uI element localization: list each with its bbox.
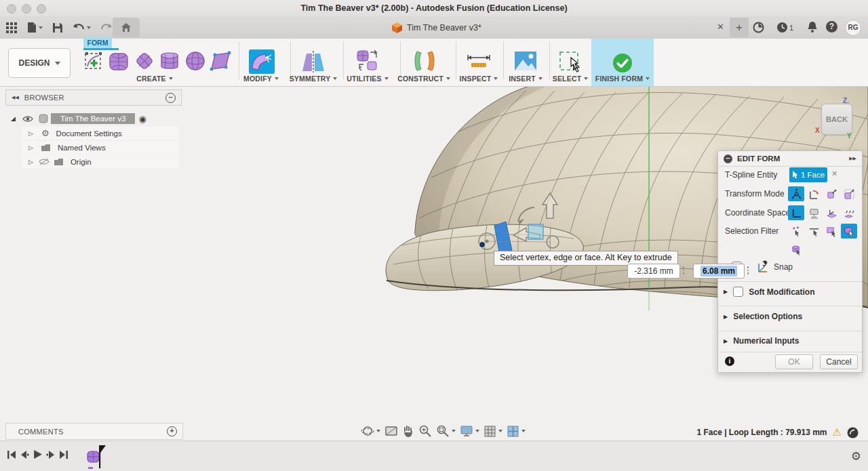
edit-form-header[interactable]: – EDIT FORM ▶▶ bbox=[718, 151, 862, 167]
minimize-window-button[interactable] bbox=[22, 4, 31, 14]
zoom-button[interactable] bbox=[418, 424, 432, 438]
help-button[interactable]: ? bbox=[826, 21, 837, 33]
look-at-button[interactable] bbox=[384, 425, 398, 437]
document-tab[interactable]: Tim The Beaver v3* bbox=[392, 16, 481, 39]
section-soft-modification[interactable]: ▶ Soft Modification bbox=[724, 287, 814, 297]
cancel-button[interactable]: Cancel bbox=[820, 354, 858, 369]
coordinate-local-per-entity-button[interactable] bbox=[841, 205, 857, 220]
timeline-skip-start-button[interactable] bbox=[7, 450, 16, 459]
tree-collapsed-icon[interactable]: ▷ bbox=[28, 144, 33, 151]
collapse-browser-icon[interactable]: ◀◀ bbox=[12, 95, 19, 100]
comments-bar[interactable]: COMMENTS + bbox=[5, 423, 183, 440]
display-settings-button[interactable] bbox=[460, 425, 479, 437]
filter-face-button[interactable] bbox=[823, 224, 840, 239]
construct-icon[interactable] bbox=[412, 49, 437, 73]
visibility-off-eye-icon[interactable] bbox=[39, 158, 50, 165]
timeline-step-back-button[interactable] bbox=[20, 450, 29, 459]
tree-item-label[interactable]: Tim The Beaver v3 bbox=[51, 113, 136, 124]
preferences-gear-icon[interactable]: ⚙ bbox=[851, 449, 861, 464]
coordinate-local-button[interactable] bbox=[823, 205, 840, 220]
tree-row-document-settings[interactable]: ▷ ⚙ Document Settings bbox=[22, 127, 179, 140]
inspect-measure-icon[interactable] bbox=[466, 52, 492, 71]
workspace-switcher[interactable]: DESIGN bbox=[8, 48, 71, 78]
avatar[interactable]: RG bbox=[845, 20, 861, 36]
create-face-icon[interactable] bbox=[209, 51, 232, 71]
activate-component-radio[interactable]: ◉ bbox=[138, 114, 146, 124]
coordinate-world-button[interactable] bbox=[788, 205, 804, 220]
save-button[interactable] bbox=[52, 22, 63, 33]
zoom-window-button[interactable] bbox=[37, 4, 46, 14]
section-expand-icon[interactable]: ▶ bbox=[724, 289, 728, 295]
undo-button[interactable] bbox=[73, 23, 91, 33]
close-tab-icon[interactable]: ✕ bbox=[717, 22, 724, 32]
clear-selection-icon[interactable]: ✕ bbox=[831, 169, 837, 178]
coordinate-view-button[interactable] bbox=[806, 205, 822, 220]
tree-row-named-views[interactable]: ▷ Named Views bbox=[22, 141, 179, 154]
chevron-down-icon bbox=[521, 430, 526, 432]
tree-collapsed-icon[interactable]: ▷ bbox=[28, 130, 33, 137]
dock-dialog-icon[interactable]: ▶▶ bbox=[849, 156, 856, 161]
viewcube[interactable]: BACK bbox=[821, 104, 852, 135]
pan-button[interactable] bbox=[402, 424, 414, 438]
section-numerical-inputs[interactable]: ▶ Numerical Inputs bbox=[724, 336, 800, 346]
soft-modification-checkbox[interactable] bbox=[733, 287, 743, 297]
filter-body-button[interactable] bbox=[841, 224, 857, 239]
job-status-icon[interactable] bbox=[847, 427, 859, 438]
close-window-button[interactable] bbox=[7, 4, 16, 14]
tree-collapsed-icon[interactable]: ▷ bbox=[28, 159, 33, 165]
filter-vertex-button[interactable] bbox=[788, 224, 804, 239]
section-selection-options[interactable]: ▶ Selection Options bbox=[724, 312, 802, 321]
home-view-button[interactable] bbox=[113, 18, 140, 37]
transform-translate-button[interactable] bbox=[788, 186, 804, 201]
data-panel-grid-icon[interactable] bbox=[5, 22, 18, 34]
browser-display-toggle[interactable]: – bbox=[165, 93, 176, 103]
tab-form[interactable]: FORM bbox=[83, 37, 112, 48]
orbit-button[interactable] bbox=[361, 424, 380, 438]
timeline-step-forward-button[interactable] bbox=[46, 450, 56, 459]
file-menu-button[interactable] bbox=[27, 22, 43, 33]
tree-expanded-icon[interactable]: ◢ bbox=[11, 115, 16, 122]
symmetry-icon[interactable] bbox=[300, 49, 327, 74]
transform-uniform-scale-button[interactable] bbox=[841, 186, 857, 201]
insert-image-icon[interactable] bbox=[513, 50, 538, 72]
extensions-icon[interactable] bbox=[753, 22, 764, 33]
browser-header[interactable]: ◀◀ BROWSER – bbox=[5, 89, 182, 106]
filter-edge-button[interactable] bbox=[806, 224, 822, 239]
create-cylinder-icon[interactable] bbox=[158, 49, 181, 73]
tree-row-root[interactable]: ◢ Tim The Beaver v3 ◉ bbox=[5, 112, 182, 125]
section-expand-icon[interactable]: ▶ bbox=[724, 338, 728, 344]
create-box-icon[interactable] bbox=[107, 49, 130, 73]
create-sphere-icon[interactable] bbox=[184, 49, 207, 73]
add-comment-icon[interactable]: + bbox=[167, 426, 177, 436]
job-status-button[interactable]: 1 bbox=[776, 22, 793, 33]
new-tab-button[interactable]: + bbox=[730, 18, 749, 37]
manipulator-input-2[interactable]: 6.08 mm bbox=[693, 264, 745, 279]
timeline-skip-end-button[interactable] bbox=[59, 450, 68, 459]
collapse-dialog-icon[interactable]: – bbox=[724, 155, 732, 163]
transform-scale-button[interactable] bbox=[823, 186, 840, 201]
drag-handle-dots-icon[interactable] bbox=[747, 266, 749, 274]
utilities-icon[interactable] bbox=[354, 48, 381, 74]
transform-rotate-button[interactable] bbox=[806, 186, 822, 201]
viewports-button[interactable] bbox=[507, 425, 526, 438]
ok-button[interactable]: OK bbox=[775, 354, 813, 369]
drag-handle-dots-icon[interactable] bbox=[682, 266, 685, 274]
visibility-eye-icon[interactable] bbox=[22, 115, 33, 123]
fit-button[interactable] bbox=[436, 424, 456, 438]
create-plane-icon[interactable] bbox=[134, 51, 156, 73]
group-create[interactable]: CREATE bbox=[121, 75, 189, 83]
edit-form-icon[interactable] bbox=[249, 49, 275, 74]
finish-form-button[interactable]: FINISH FORM bbox=[591, 39, 654, 86]
section-expand-icon[interactable]: ▶ bbox=[724, 314, 728, 320]
info-icon[interactable]: i bbox=[725, 356, 734, 366]
timeline-position-marker[interactable] bbox=[96, 445, 107, 470]
timeline-play-button[interactable] bbox=[33, 449, 43, 459]
selection-chip[interactable]: 1 Face bbox=[789, 167, 827, 182]
filter-tspline-body-button[interactable] bbox=[788, 242, 804, 257]
manipulator-input-1[interactable]: -2.316 mm bbox=[627, 264, 680, 279]
grid-and-snaps-button[interactable] bbox=[484, 425, 502, 438]
warning-icon[interactable]: ⚠ bbox=[833, 426, 842, 438]
create-sketch-icon[interactable] bbox=[83, 51, 104, 73]
notifications-bell-icon[interactable] bbox=[807, 21, 818, 33]
tree-row-origin[interactable]: ▷ Origin bbox=[22, 155, 179, 168]
